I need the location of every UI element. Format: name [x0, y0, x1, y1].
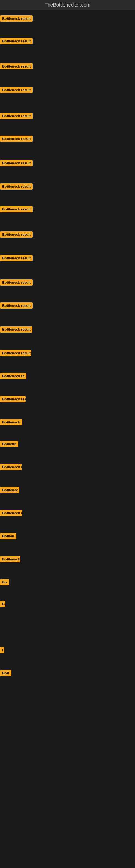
bottleneck-item-10[interactable]: Bottleneck result	[0, 231, 33, 239]
bottleneck-item-17[interactable]: Bottleneck resul	[0, 396, 26, 403]
bottleneck-badge-7: Bottleneck result	[0, 160, 33, 166]
bottleneck-badge-26: B	[0, 601, 5, 607]
bottleneck-item-14[interactable]: Bottleneck result	[0, 326, 32, 334]
bottleneck-badge-19: Bottlene	[0, 441, 18, 447]
bottleneck-item-16[interactable]: Bottleneck re	[0, 373, 27, 380]
site-title: TheBottlenecker.com	[0, 0, 135, 10]
bottleneck-item-13[interactable]: Bottleneck result	[0, 303, 33, 310]
bottleneck-item-26[interactable]: B	[0, 601, 5, 608]
bottleneck-item-12[interactable]: Bottleneck result	[0, 279, 33, 287]
bottleneck-item-7[interactable]: Bottleneck result	[0, 160, 33, 167]
bottleneck-badge-24: Bottleneck	[0, 556, 20, 562]
bottleneck-badge-11: Bottleneck result	[0, 255, 33, 261]
bottleneck-badge-4: Bottleneck result	[0, 87, 33, 93]
bottleneck-item-2[interactable]: Bottleneck result	[0, 38, 33, 45]
bottleneck-badge-8: Bottleneck result	[0, 183, 33, 190]
bottleneck-badge-18: Bottleneck	[0, 419, 22, 425]
bottleneck-item-4[interactable]: Bottleneck result	[0, 87, 33, 94]
bottleneck-badge-5: Bottleneck result	[0, 113, 33, 119]
bottleneck-badge-23: Bottlen	[0, 533, 16, 539]
bottleneck-item-8[interactable]: Bottleneck result	[0, 183, 33, 191]
bottleneck-item-5[interactable]: Bottleneck result	[0, 113, 33, 120]
bottleneck-badge-10: Bottleneck result	[0, 231, 33, 238]
bottleneck-badge-21: Bottlenec	[0, 487, 19, 493]
bottleneck-item-28[interactable]: Bott	[0, 670, 11, 677]
bottleneck-item-9[interactable]: Bottleneck result	[0, 206, 33, 214]
bottleneck-badge-3: Bottleneck result	[0, 63, 33, 69]
bottleneck-badge-12: Bottleneck result	[0, 279, 33, 286]
bottleneck-item-11[interactable]: Bottleneck result	[0, 255, 33, 262]
bottleneck-item-6[interactable]: Bottleneck result	[0, 135, 33, 143]
bottleneck-badge-15: Bottleneck result	[0, 350, 31, 356]
bottleneck-item-1[interactable]: Bottleneck result	[0, 16, 33, 23]
bottleneck-badge-1: Bottleneck result	[0, 16, 33, 22]
bottleneck-item-15[interactable]: Bottleneck result	[0, 350, 31, 357]
bottleneck-item-19[interactable]: Bottlene	[0, 441, 18, 448]
bottleneck-item-27[interactable]: I	[0, 647, 4, 654]
bottleneck-badge-17: Bottleneck resul	[0, 396, 26, 402]
bottleneck-item-21[interactable]: Bottlenec	[0, 487, 19, 494]
bottleneck-badge-20: Bottleneck r	[0, 464, 21, 470]
bottleneck-item-18[interactable]: Bottleneck	[0, 419, 22, 426]
bottleneck-badge-6: Bottleneck result	[0, 135, 33, 142]
bottleneck-item-20[interactable]: Bottleneck r	[0, 464, 21, 471]
bottleneck-item-23[interactable]: Bottlen	[0, 533, 16, 540]
bottleneck-item-3[interactable]: Bottleneck result	[0, 63, 33, 70]
bottleneck-badge-16: Bottleneck re	[0, 373, 27, 379]
bottleneck-badge-25: Bo	[0, 579, 9, 585]
bottleneck-badge-22: Bottleneck re	[0, 510, 22, 516]
bottleneck-item-25[interactable]: Bo	[0, 579, 9, 586]
bottleneck-badge-9: Bottleneck result	[0, 206, 33, 212]
bottleneck-badge-13: Bottleneck result	[0, 303, 33, 309]
bottleneck-item-22[interactable]: Bottleneck re	[0, 510, 22, 517]
bottleneck-badge-27: I	[0, 647, 4, 653]
bottleneck-badge-14: Bottleneck result	[0, 326, 32, 333]
bottleneck-badge-28: Bott	[0, 670, 11, 676]
bottleneck-item-24[interactable]: Bottleneck	[0, 556, 20, 563]
bottleneck-badge-2: Bottleneck result	[0, 38, 33, 44]
